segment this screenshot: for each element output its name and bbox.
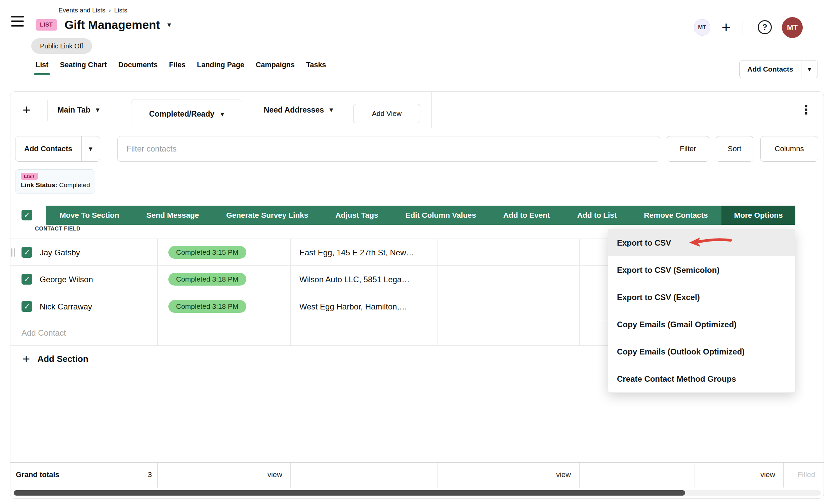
breadcrumb-events-and-lists[interactable]: Events and Lists <box>59 7 105 14</box>
add-contacts-button-header[interactable]: Add Contacts ▾ <box>739 60 818 78</box>
list-type-badge: LIST <box>21 173 38 180</box>
menu-item-export-csv-excel[interactable]: Export to CSV (Excel) <box>608 284 795 311</box>
tab-documents[interactable]: Documents <box>118 59 158 70</box>
tab-landing-page[interactable]: Landing Page <box>197 59 244 70</box>
grand-totals-row: Grand totals 3 view view view Filled <box>10 462 824 487</box>
menu-icon[interactable] <box>11 16 24 26</box>
add-section-button[interactable]: + Add Section <box>23 350 88 368</box>
column-divider <box>290 463 291 487</box>
more-options-button[interactable]: More Options <box>721 206 795 225</box>
check-icon: ✓ <box>23 211 30 220</box>
status-badge: Completed 3:18 PM <box>168 273 246 286</box>
breadcrumb-separator: › <box>109 7 111 14</box>
column-divider <box>695 463 695 487</box>
add-contacts-label: Add Contacts <box>16 145 81 153</box>
view-tab-completed-ready[interactable]: Completed/Ready ▾ <box>131 99 242 129</box>
send-message-button[interactable]: Send Message <box>133 206 212 225</box>
add-contact-placeholder[interactable]: Add Contact <box>22 320 66 346</box>
avatar[interactable]: MT <box>782 17 803 38</box>
view-link[interactable]: view <box>157 463 282 487</box>
row-checkbox[interactable]: ✓ <box>22 247 32 258</box>
chevron-down-icon[interactable]: ▾ <box>96 106 100 114</box>
menu-item-create-contact-method-groups[interactable]: Create Contact Method Groups <box>608 365 795 392</box>
chevron-down-icon[interactable]: ▾ <box>167 21 171 28</box>
chevron-down-icon[interactable]: ▾ <box>82 145 100 153</box>
view-tab-need-label: Need Addresses <box>264 106 324 114</box>
generate-survey-links-button[interactable]: Generate Survey Links <box>213 206 322 225</box>
add-view-button[interactable]: Add View <box>353 104 420 123</box>
check-icon: ✓ <box>23 275 30 284</box>
add-icon[interactable]: + <box>718 19 734 36</box>
breadcrumb: Events and Lists › Lists <box>59 7 127 14</box>
tab-tasks[interactable]: Tasks <box>306 59 326 70</box>
columns-button[interactable]: Columns <box>761 136 818 161</box>
add-to-event-button[interactable]: Add to Event <box>489 206 564 225</box>
divider <box>431 92 432 128</box>
menu-item-copy-emails-outlook[interactable]: Copy Emails (Outlook Optimized) <box>608 338 795 365</box>
tab-campaigns[interactable]: Campaigns <box>256 59 295 70</box>
tab-files[interactable]: Files <box>169 59 185 70</box>
bulk-action-bar: Move To Section Send Message Generate Su… <box>46 206 795 225</box>
grand-total-count: 3 <box>78 463 152 487</box>
arrow-annotation-icon <box>688 235 733 250</box>
screen: Events and Lists › Lists LIST Gift Manag… <box>0 0 834 504</box>
remove-contacts-button[interactable]: Remove Contacts <box>630 206 721 225</box>
check-icon: ✓ <box>23 302 30 311</box>
contact-name[interactable]: George Wilson <box>40 266 93 293</box>
contact-name[interactable]: Nick Carraway <box>40 293 92 320</box>
edit-column-values-button[interactable]: Edit Column Values <box>392 206 489 225</box>
public-link-status-pill[interactable]: Public Link Off <box>31 38 92 54</box>
view-tab-main-label: Main Tab <box>58 106 90 114</box>
plus-icon: + <box>23 352 30 365</box>
row-checkbox[interactable]: ✓ <box>22 274 32 285</box>
link-status-value: Completed <box>59 181 90 189</box>
add-contacts-button-toolbar[interactable]: Add Contacts ▾ <box>15 136 100 161</box>
view-link[interactable]: view <box>438 463 571 487</box>
contact-address[interactable]: East Egg, 145 E 27th St, New… <box>300 239 414 266</box>
sort-button[interactable]: Sort <box>716 136 753 161</box>
add-section-label: Add Section <box>37 354 88 364</box>
adjust-tags-button[interactable]: Adjust Tags <box>322 206 392 225</box>
filter-contacts-input[interactable] <box>117 136 660 161</box>
column-divider <box>783 463 784 487</box>
drag-handle-icon[interactable] <box>11 248 15 257</box>
row-checkbox[interactable]: ✓ <box>22 301 32 312</box>
add-contacts-label: Add Contacts <box>740 65 801 73</box>
link-status-label: Link Status: <box>21 181 58 189</box>
filled-label: Filled <box>783 463 815 487</box>
menu-item-copy-emails-gmail[interactable]: Copy Emails (Gmail Optimized) <box>608 311 795 338</box>
filter-button[interactable]: Filter <box>667 136 709 161</box>
tab-list[interactable]: List <box>36 59 48 70</box>
page-title: Gift Management <box>65 18 160 31</box>
workspace-chip[interactable]: MT <box>694 19 710 36</box>
status-badge: Completed 3:18 PM <box>168 300 246 313</box>
nav-tabs: List Seating Chart Documents Files Landi… <box>36 59 326 70</box>
menu-item-export-csv-semicolon[interactable]: Export to CSV (Semicolon) <box>608 256 795 284</box>
add-to-list-button[interactable]: Add to List <box>564 206 630 225</box>
link-status-chip[interactable]: LIST Link Status: Completed <box>15 169 95 194</box>
horizontal-scrollbar-thumb[interactable] <box>14 490 685 496</box>
grand-totals-label: Grand totals <box>16 463 60 487</box>
chevron-down-icon[interactable]: ▾ <box>329 106 333 114</box>
help-icon[interactable]: ? <box>758 20 772 34</box>
view-link[interactable]: view <box>695 463 775 487</box>
view-tab-need-addresses[interactable]: Need Addresses ▾ <box>251 92 346 128</box>
view-tabs-row: + Main Tab ▾ Completed/Ready ▾ Need Addr… <box>10 92 824 128</box>
chevron-down-icon[interactable]: ▾ <box>220 111 224 118</box>
breadcrumb-lists[interactable]: Lists <box>114 7 127 14</box>
move-to-section-button[interactable]: Move To Section <box>46 206 133 225</box>
contact-name[interactable]: Jay Gatsby <box>40 239 80 266</box>
add-tab-icon[interactable]: + <box>17 101 36 119</box>
view-tab-main[interactable]: Main Tab ▾ <box>58 92 100 128</box>
status-badge: Completed 3:15 PM <box>168 246 246 259</box>
column-divider <box>157 463 158 487</box>
more-vertical-icon[interactable]: ⋮ <box>797 101 815 119</box>
contact-address[interactable]: West Egg Harbor, Hamilton,… <box>300 293 407 320</box>
chevron-down-icon[interactable]: ▾ <box>802 65 817 73</box>
check-icon: ✓ <box>23 248 30 257</box>
divider <box>743 19 743 36</box>
divider <box>47 100 48 120</box>
contact-address[interactable]: Wilson Auto LLC, 5851 Lega… <box>300 266 410 293</box>
tab-seating-chart[interactable]: Seating Chart <box>60 59 107 70</box>
select-all-checkbox[interactable]: ✓ <box>22 210 32 220</box>
